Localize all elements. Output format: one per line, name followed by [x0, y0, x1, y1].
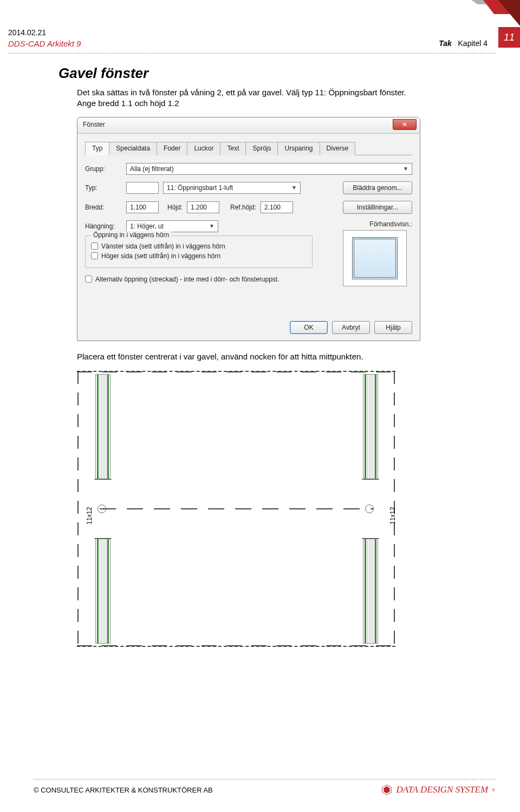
chk-right-corner-box[interactable]	[91, 252, 98, 259]
chk-alt-opening[interactable]: Alternativ öppning (streckad) - inte med…	[85, 276, 339, 283]
chevron-down-icon: ▼	[291, 185, 297, 191]
section-title: Gavel fönster	[58, 65, 448, 82]
dialog-titlebar: Fönster ✕	[77, 117, 420, 134]
tab-ursparing[interactable]: Ursparing	[277, 142, 320, 155]
corner-opening-group: Öppning in i väggens hörn Vänster sida (…	[85, 235, 313, 268]
after-text: Placera ett fönster centrerat i var gave…	[77, 352, 448, 361]
chk-alt-opening-label: Alternativ öppning (streckad) - inte med…	[95, 276, 280, 283]
group-caption: Öppning in i väggens hörn	[91, 231, 171, 239]
chk-left-corner-box[interactable]	[91, 243, 98, 250]
svg-marker-9	[384, 787, 390, 794]
dim-label-left: 11x12	[86, 507, 93, 525]
browse-button[interactable]: Bläddra genom...	[343, 181, 412, 194]
page-header: 2014.02.21 DDS-CAD Arkitekt 9 Tak Kapite…	[8, 28, 520, 54]
page-number-badge: 11	[498, 27, 520, 48]
type-number-field[interactable]	[126, 182, 159, 194]
page-footer: © CONSULTEC ARKITEKTER & KONSTRUKTÖRER A…	[34, 779, 495, 796]
header-date: 2014.02.21	[8, 28, 520, 37]
combo-grupp[interactable]: Alla (ej filtrerat) ▼	[126, 163, 412, 175]
combo-typ[interactable]: 11: Öppningsbart 1-luft ▼	[163, 182, 301, 194]
close-button[interactable]: ✕	[393, 119, 417, 130]
footer-brand: DATA DESIGN SYSTEM	[396, 784, 488, 795]
combo-hangning[interactable]: 1: Höger, ut ▼	[126, 220, 218, 232]
tab-diverse[interactable]: Diverse	[320, 142, 356, 155]
input-bredd[interactable]: 1.100	[126, 201, 159, 213]
label-refhojd: Ref.höjd:	[224, 204, 256, 211]
chk-alt-opening-box[interactable]	[85, 276, 92, 283]
combo-hangning-value: 1: Höger, ut	[130, 222, 164, 230]
header-section: Tak Kapitel 4	[439, 39, 487, 48]
combo-typ-value: 11: Öppningsbart 1-luft	[167, 184, 233, 192]
label-forhand: Förhandsvisn.:	[343, 220, 412, 228]
page-content: Gavel fönster Det ska sättas in två föns…	[58, 65, 448, 652]
label-hangning: Hängning:	[85, 222, 122, 230]
window-dialog: Fönster ✕ Typ Specialdata Foder Luckor T…	[77, 117, 420, 341]
intro-line-2: Ange bredd 1.1 och höjd 1.2	[77, 99, 179, 108]
window-preview-shape	[352, 237, 398, 279]
label-grupp: Grupp:	[85, 165, 122, 173]
tab-strip: Typ Specialdata Foder Luckor Text Spröjs…	[85, 141, 412, 155]
hex-icon	[381, 784, 393, 796]
window-preview	[343, 230, 407, 286]
left-wall	[95, 374, 110, 644]
corner-decor	[450, 0, 520, 27]
chk-right-corner[interactable]: Höger sida (sett utifrån) in i väggens h…	[91, 252, 307, 260]
chk-right-corner-label: Höger sida (sett utifrån) in i väggens h…	[101, 252, 220, 260]
dim-label-right: 11x12	[389, 507, 396, 525]
combo-grupp-value: Alla (ej filtrerat)	[130, 165, 174, 173]
right-wall	[363, 374, 378, 644]
input-hojd[interactable]: 1.200	[187, 201, 219, 213]
header-section-name: Tak	[439, 39, 452, 48]
footer-copyright-text: © CONSULTEC ARKITEKTER & KONSTRUKTÖRER A…	[34, 786, 213, 794]
plan-dashes	[77, 371, 396, 652]
close-icon: ✕	[402, 121, 407, 128]
intro-line-1: Det ska sättas in två fönster på våning …	[77, 88, 406, 97]
intro-text: Det ska sättas in två fönster på våning …	[77, 87, 448, 109]
label-typ: Typ:	[85, 184, 122, 192]
ok-button[interactable]: OK	[290, 321, 328, 334]
help-button[interactable]: Hjälp	[374, 321, 412, 334]
tab-specialdata[interactable]: Specialdata	[109, 142, 157, 155]
tab-luckor[interactable]: Luckor	[187, 142, 220, 155]
dds-logo: DATA DESIGN SYSTEM®	[381, 784, 495, 796]
tab-foder[interactable]: Foder	[157, 142, 187, 155]
tab-typ[interactable]: Typ	[85, 142, 109, 155]
input-refhojd[interactable]: 2.100	[261, 201, 293, 213]
header-chapter: Kapitel 4	[458, 39, 487, 48]
chk-left-corner[interactable]: Vänster sida (sett utifrån) in i väggens…	[91, 243, 307, 250]
dialog-title: Fönster	[83, 121, 105, 128]
chevron-down-icon: ▼	[209, 223, 214, 229]
cancel-button[interactable]: Avbryt	[332, 321, 370, 334]
label-bredd: Bredd:	[85, 204, 122, 211]
header-rule	[8, 53, 495, 54]
chk-left-corner-label: Vänster sida (sett utifrån) in i väggens…	[101, 243, 225, 250]
tab-text[interactable]: Text	[220, 142, 246, 155]
plan-drawing: 11x12 11x12	[77, 371, 396, 652]
chevron-down-icon: ▼	[403, 166, 408, 172]
footer-copyright: © CONSULTEC ARKITEKTER & KONSTRUKTÖRER A…	[34, 786, 213, 794]
label-hojd: Höjd:	[163, 204, 183, 211]
settings-button[interactable]: Inställlningar...	[343, 201, 412, 214]
tab-sprojs[interactable]: Spröjs	[245, 142, 278, 155]
